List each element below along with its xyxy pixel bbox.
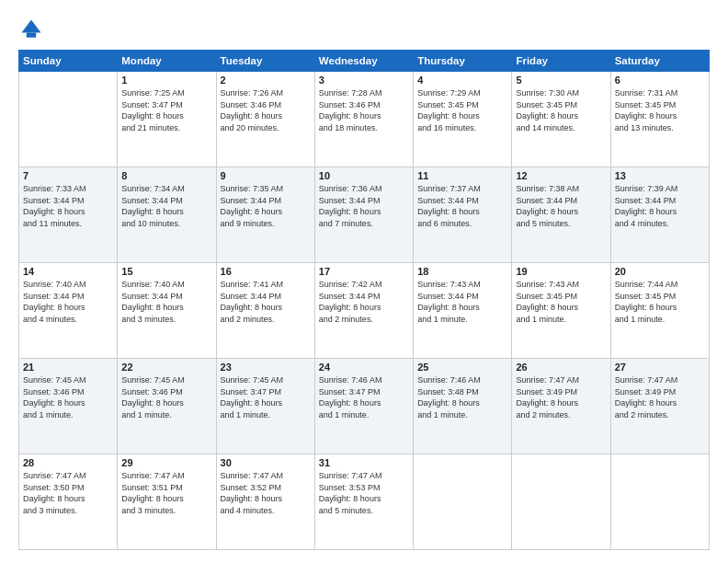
calendar-cell: 4Sunrise: 7:29 AM Sunset: 3:45 PM Daylig… (414, 72, 512, 167)
day-info: Sunrise: 7:25 AM Sunset: 3:47 PM Dayligh… (121, 87, 211, 133)
day-number: 11 (417, 170, 507, 181)
day-number: 25 (417, 362, 507, 373)
day-number: 28 (23, 457, 113, 468)
calendar-cell: 8Sunrise: 7:34 AM Sunset: 3:44 PM Daylig… (118, 167, 216, 263)
day-number: 23 (221, 362, 311, 373)
day-info: Sunrise: 7:46 AM Sunset: 3:47 PM Dayligh… (319, 374, 409, 420)
calendar-cell: 6Sunrise: 7:31 AM Sunset: 3:45 PM Daylig… (610, 72, 709, 167)
day-number: 2 (221, 75, 311, 86)
day-info: Sunrise: 7:43 AM Sunset: 3:44 PM Dayligh… (417, 279, 507, 325)
day-number: 20 (615, 266, 705, 277)
calendar-cell: 14Sunrise: 7:40 AM Sunset: 3:44 PM Dayli… (19, 263, 118, 359)
day-number: 31 (319, 457, 409, 468)
day-number: 29 (121, 457, 211, 468)
day-info: Sunrise: 7:28 AM Sunset: 3:46 PM Dayligh… (319, 87, 409, 133)
weekday-header-sunday: Sunday (19, 51, 118, 72)
day-number: 27 (615, 362, 705, 373)
calendar-cell: 7Sunrise: 7:33 AM Sunset: 3:44 PM Daylig… (19, 167, 118, 263)
weekday-header-friday: Friday (512, 51, 610, 72)
day-number: 19 (516, 266, 606, 277)
calendar-cell: 17Sunrise: 7:42 AM Sunset: 3:44 PM Dayli… (314, 263, 413, 359)
calendar-cell: 26Sunrise: 7:47 AM Sunset: 3:49 PM Dayli… (512, 359, 610, 454)
weekday-header-thursday: Thursday (414, 51, 512, 72)
calendar-cell: 25Sunrise: 7:46 AM Sunset: 3:48 PM Dayli… (414, 359, 512, 454)
day-info: Sunrise: 7:47 AM Sunset: 3:50 PM Dayligh… (23, 470, 113, 516)
calendar-cell: 5Sunrise: 7:30 AM Sunset: 3:45 PM Daylig… (512, 72, 610, 167)
day-info: Sunrise: 7:47 AM Sunset: 3:52 PM Dayligh… (221, 470, 311, 516)
day-info: Sunrise: 7:30 AM Sunset: 3:45 PM Dayligh… (516, 87, 606, 133)
day-number: 9 (221, 170, 311, 181)
day-number: 26 (516, 362, 606, 373)
calendar-cell: 9Sunrise: 7:35 AM Sunset: 3:44 PM Daylig… (216, 167, 314, 263)
day-number: 5 (516, 75, 606, 86)
day-info: Sunrise: 7:36 AM Sunset: 3:44 PM Dayligh… (319, 183, 409, 229)
day-number: 24 (319, 362, 409, 373)
day-number: 30 (221, 457, 311, 468)
day-info: Sunrise: 7:29 AM Sunset: 3:45 PM Dayligh… (417, 87, 507, 133)
day-info: Sunrise: 7:43 AM Sunset: 3:45 PM Dayligh… (516, 279, 606, 325)
calendar-cell: 20Sunrise: 7:44 AM Sunset: 3:45 PM Dayli… (610, 263, 709, 359)
day-number: 12 (516, 170, 606, 181)
day-info: Sunrise: 7:42 AM Sunset: 3:44 PM Dayligh… (319, 279, 409, 325)
calendar-cell (610, 454, 709, 550)
day-info: Sunrise: 7:40 AM Sunset: 3:44 PM Dayligh… (23, 279, 113, 325)
day-number: 4 (417, 75, 507, 86)
weekday-header-monday: Monday (118, 51, 216, 72)
calendar-cell: 22Sunrise: 7:45 AM Sunset: 3:46 PM Dayli… (118, 359, 216, 454)
svg-marker-0 (22, 20, 41, 33)
day-number: 13 (615, 170, 705, 181)
day-info: Sunrise: 7:47 AM Sunset: 3:49 PM Dayligh… (615, 374, 705, 420)
page: SundayMondayTuesdayWednesdayThursdayFrid… (0, 0, 728, 563)
weekday-header-row: SundayMondayTuesdayWednesdayThursdayFrid… (19, 51, 710, 72)
calendar-cell: 27Sunrise: 7:47 AM Sunset: 3:49 PM Dayli… (610, 359, 709, 454)
day-info: Sunrise: 7:39 AM Sunset: 3:44 PM Dayligh… (615, 183, 705, 229)
svg-rect-1 (27, 33, 37, 38)
calendar-cell: 29Sunrise: 7:47 AM Sunset: 3:51 PM Dayli… (118, 454, 216, 550)
calendar-week-row: 7Sunrise: 7:33 AM Sunset: 3:44 PM Daylig… (19, 167, 710, 263)
day-number: 22 (121, 362, 211, 373)
day-number: 21 (23, 362, 113, 373)
day-info: Sunrise: 7:31 AM Sunset: 3:45 PM Dayligh… (615, 87, 705, 133)
day-info: Sunrise: 7:34 AM Sunset: 3:44 PM Dayligh… (121, 183, 211, 229)
calendar-cell: 28Sunrise: 7:47 AM Sunset: 3:50 PM Dayli… (19, 454, 118, 550)
header (18, 17, 710, 42)
weekday-header-wednesday: Wednesday (314, 51, 413, 72)
calendar-cell: 15Sunrise: 7:40 AM Sunset: 3:44 PM Dayli… (118, 263, 216, 359)
day-number: 8 (121, 170, 211, 181)
calendar-week-row: 21Sunrise: 7:45 AM Sunset: 3:46 PM Dayli… (19, 359, 710, 454)
day-info: Sunrise: 7:45 AM Sunset: 3:46 PM Dayligh… (121, 374, 211, 420)
calendar-cell: 30Sunrise: 7:47 AM Sunset: 3:52 PM Dayli… (216, 454, 314, 550)
calendar-cell (414, 454, 512, 550)
logo (18, 17, 48, 42)
day-number: 18 (417, 266, 507, 277)
day-info: Sunrise: 7:33 AM Sunset: 3:44 PM Dayligh… (23, 183, 113, 229)
day-info: Sunrise: 7:44 AM Sunset: 3:45 PM Dayligh… (615, 279, 705, 325)
day-info: Sunrise: 7:37 AM Sunset: 3:44 PM Dayligh… (417, 183, 507, 229)
day-number: 3 (319, 75, 409, 86)
day-info: Sunrise: 7:47 AM Sunset: 3:51 PM Dayligh… (121, 470, 211, 516)
calendar-cell: 19Sunrise: 7:43 AM Sunset: 3:45 PM Dayli… (512, 263, 610, 359)
calendar-week-row: 1Sunrise: 7:25 AM Sunset: 3:47 PM Daylig… (19, 72, 710, 167)
calendar-cell: 13Sunrise: 7:39 AM Sunset: 3:44 PM Dayli… (610, 167, 709, 263)
day-info: Sunrise: 7:45 AM Sunset: 3:46 PM Dayligh… (23, 374, 113, 420)
day-number: 6 (615, 75, 705, 86)
day-info: Sunrise: 7:46 AM Sunset: 3:48 PM Dayligh… (417, 374, 507, 420)
day-number: 10 (319, 170, 409, 181)
day-info: Sunrise: 7:35 AM Sunset: 3:44 PM Dayligh… (221, 183, 311, 229)
weekday-header-tuesday: Tuesday (216, 51, 314, 72)
calendar-cell: 1Sunrise: 7:25 AM Sunset: 3:47 PM Daylig… (118, 72, 216, 167)
day-number: 14 (23, 266, 113, 277)
calendar-cell: 16Sunrise: 7:41 AM Sunset: 3:44 PM Dayli… (216, 263, 314, 359)
calendar-cell: 24Sunrise: 7:46 AM Sunset: 3:47 PM Dayli… (314, 359, 413, 454)
day-info: Sunrise: 7:47 AM Sunset: 3:53 PM Dayligh… (319, 470, 409, 516)
calendar-week-row: 28Sunrise: 7:47 AM Sunset: 3:50 PM Dayli… (19, 454, 710, 550)
calendar-cell: 21Sunrise: 7:45 AM Sunset: 3:46 PM Dayli… (19, 359, 118, 454)
day-info: Sunrise: 7:38 AM Sunset: 3:44 PM Dayligh… (516, 183, 606, 229)
calendar-cell: 31Sunrise: 7:47 AM Sunset: 3:53 PM Dayli… (314, 454, 413, 550)
calendar-cell (512, 454, 610, 550)
day-info: Sunrise: 7:41 AM Sunset: 3:44 PM Dayligh… (221, 279, 311, 325)
calendar-cell: 3Sunrise: 7:28 AM Sunset: 3:46 PM Daylig… (314, 72, 413, 167)
calendar-cell (19, 72, 118, 167)
weekday-header-saturday: Saturday (610, 51, 709, 72)
day-number: 7 (23, 170, 113, 181)
